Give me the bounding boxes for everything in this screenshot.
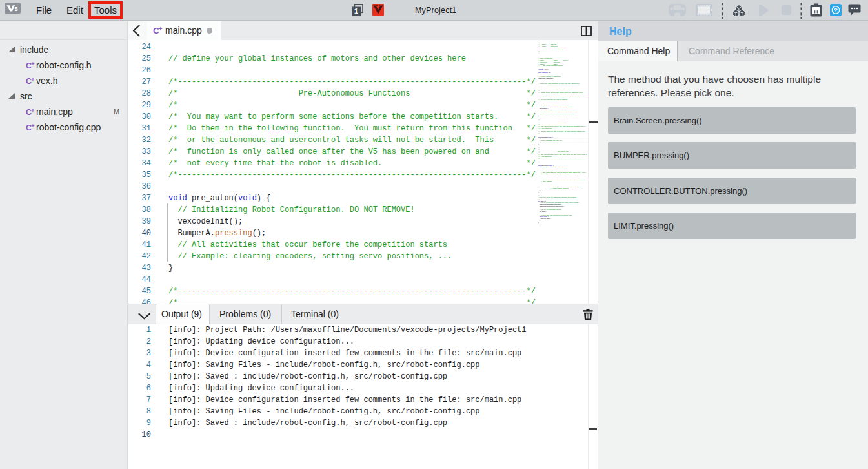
- svg-text:?: ?: [834, 6, 838, 14]
- svg-text:5: 5: [15, 6, 18, 12]
- svg-text:+: +: [31, 76, 34, 83]
- svg-text:+: +: [31, 107, 34, 114]
- svg-text:+: +: [159, 26, 163, 32]
- svg-text:+: +: [31, 123, 34, 129]
- svg-text:+: +: [31, 61, 34, 67]
- svg-text:1: 1: [354, 7, 358, 15]
